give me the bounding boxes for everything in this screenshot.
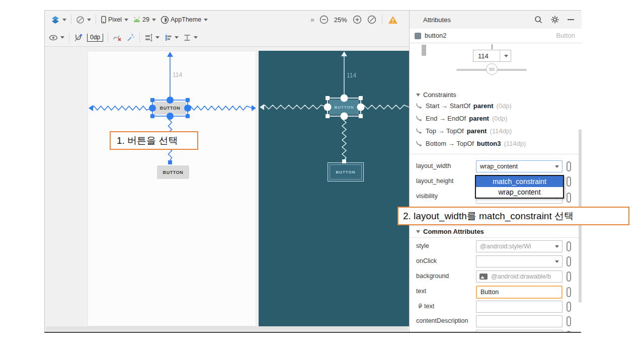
align-button[interactable] (164, 34, 179, 42)
layout-width-label: layout_width (416, 162, 451, 169)
onclick-dropdown[interactable] (476, 255, 562, 267)
component-row[interactable]: button2 Button (410, 29, 582, 43)
constraint-overlay-design (88, 51, 256, 326)
constraint-target: parent (467, 127, 487, 135)
constraints-section-header[interactable]: Constraints (416, 91, 456, 99)
section-divider (410, 237, 582, 238)
theme-selector[interactable]: AppTheme (160, 16, 208, 24)
toolbar-separator (108, 33, 108, 43)
attribute-flag-indicator[interactable] (567, 287, 571, 297)
onclick-label: onClick (416, 257, 437, 264)
screenshot-page: Pixel 29 AppTheme » (0, 0, 644, 362)
attribute-flag-indicator[interactable] (567, 331, 571, 332)
constraint-item[interactable]: Start → StartOf parent (0dp) (415, 102, 512, 110)
blueprint-view-canvas[interactable]: BUTTON 114 BUTTON (259, 51, 409, 326)
chevron-down-icon (124, 19, 128, 21)
attribute-flag-indicator[interactable] (567, 161, 571, 171)
gear-icon[interactable] (551, 16, 559, 24)
design-text-field[interactable] (476, 301, 562, 313)
default-margin-button[interactable]: 0dp (87, 34, 103, 42)
layout-editor-window: Pixel 29 AppTheme » (44, 10, 581, 333)
minimize-icon[interactable] (568, 19, 574, 20)
text-label: text (416, 288, 426, 295)
content-description-label: contentDescription (416, 317, 468, 324)
warning-triangle-icon[interactable] (388, 16, 398, 24)
search-icon[interactable] (534, 16, 542, 24)
attribute-flag-indicator[interactable] (567, 241, 571, 251)
constraint-target: parent (469, 115, 489, 122)
selected-button-design[interactable]: BUTTON (154, 102, 186, 115)
zoom-out-button[interactable] (319, 15, 329, 24)
toolbar-overflow-button[interactable]: » (310, 16, 314, 24)
style-dropdown[interactable]: @android:style/Wi (476, 240, 562, 252)
dropdown-option-wrap-content[interactable]: wrap_content (476, 187, 563, 198)
common-attributes-label: Common Attributes (423, 228, 484, 235)
magic-wand-icon[interactable] (126, 34, 135, 42)
device-selector[interactable]: Pixel (101, 16, 128, 24)
constraint-item[interactable]: Top → TopOf parent (114dp) (415, 127, 512, 135)
toolbar-separator (69, 33, 69, 43)
pack-button[interactable] (144, 34, 159, 42)
distribute-button[interactable] (183, 34, 198, 42)
constraint-icon (415, 140, 423, 147)
background-field[interactable]: @android:drawable/b (476, 270, 562, 283)
chevron-down-icon (155, 36, 159, 39)
style-label: style (416, 242, 429, 249)
phone-icon (101, 16, 107, 24)
layout-width-dropdown[interactable]: wrap_content (476, 160, 562, 172)
attribute-flag-indicator[interactable] (567, 176, 571, 187)
zoom-to-fit-button[interactable] (367, 15, 376, 24)
orientation-button[interactable] (76, 16, 91, 24)
top-margin-dropdown[interactable]: 114 (473, 50, 511, 62)
constraint-item[interactable]: Bottom → TopOf button3 (114dp) (415, 140, 526, 147)
chevron-down-icon (62, 19, 66, 21)
constraint-prefix: Bottom → TopOf (426, 140, 474, 147)
content-description-field[interactable] (476, 315, 562, 327)
constraint-margin: (0dp) (497, 102, 512, 110)
constraint-item[interactable]: End → EndOf parent (0dp) (415, 115, 507, 122)
common-attributes-header[interactable]: Common Attributes (416, 228, 484, 235)
top-margin-value-design: 114 (173, 71, 182, 78)
distribute-icon (183, 34, 191, 42)
button3-design[interactable]: BUTTON (157, 165, 189, 179)
view-options-button[interactable] (49, 35, 64, 41)
api-level-selector[interactable]: 29 (133, 16, 156, 23)
constraint-margin: (114dp) (490, 127, 512, 135)
constraint-margin: (114dp) (504, 140, 526, 147)
background-label: background (416, 273, 449, 280)
constraint-icon (415, 115, 423, 122)
text-field[interactable]: Button (476, 286, 562, 299)
wrench-icon (416, 303, 422, 309)
attribute-flag-indicator[interactable] (567, 302, 571, 312)
attribute-flag-indicator[interactable] (567, 316, 571, 326)
theme-icon (160, 16, 169, 24)
clear-constraints-icon[interactable] (113, 34, 122, 42)
attribute-flag-indicator[interactable] (567, 272, 571, 282)
zoom-in-button[interactable] (353, 15, 362, 24)
section-divider (410, 154, 582, 154)
dropdown-option-match-constraint[interactable]: match_constraint (476, 176, 563, 187)
bias-slider-handle[interactable]: 50 (486, 63, 498, 75)
constraint-prefix: Start → StartOf (426, 102, 470, 110)
zoom-controls: » 25% (310, 11, 398, 29)
select-design-surface-button[interactable] (51, 16, 66, 24)
constraint-overlay-blueprint (259, 51, 409, 326)
annotation-step2: 2. layout_width를 match_constraint 선택 (397, 207, 629, 225)
horizontal-scrollbar[interactable] (46, 326, 408, 331)
attributes-panel: button2 Button 114 50 Constraints Start (409, 29, 582, 332)
magnet-off-icon[interactable] (74, 34, 83, 42)
attribute-flag-indicator[interactable] (567, 256, 571, 266)
drawable-image-icon (479, 274, 488, 280)
constraint-target: parent (473, 102, 494, 110)
button3-blueprint[interactable]: BUTTON (328, 162, 364, 182)
toolbar-separator (96, 15, 96, 25)
chevron-down-icon (204, 19, 208, 21)
api-level-label: 29 (142, 16, 149, 23)
button-text: BUTTON (336, 170, 355, 174)
design-surface[interactable]: BUTTON 114 BUTTON BUTTON 114 BUTTON (45, 47, 409, 332)
clipped-field[interactable] (476, 330, 562, 332)
attribute-flag-indicator[interactable] (567, 193, 571, 203)
selected-button-blueprint[interactable]: BUTTON (329, 100, 359, 115)
constraint-icon (415, 128, 423, 134)
design-view-canvas[interactable]: BUTTON 114 BUTTON (88, 51, 256, 326)
